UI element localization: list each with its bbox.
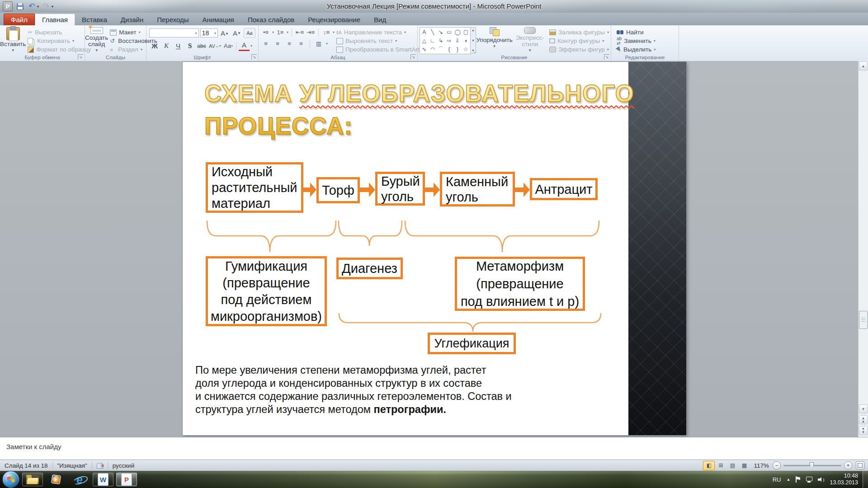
text-shadow-button[interactable]: S	[184, 42, 195, 51]
next-slide-button[interactable]: ▼▼	[859, 426, 868, 435]
shape-outline-button[interactable]: Контур фигуры ▾	[547, 37, 611, 45]
flow-arrow-1[interactable]	[303, 183, 316, 197]
paste-button[interactable]: Вставить ▼	[0, 26, 26, 54]
zoom-slider-thumb[interactable]	[810, 462, 814, 469]
slide-counter[interactable]: Слайд 14 из 18	[0, 462, 53, 469]
change-case-button[interactable]: Аа▾	[223, 42, 234, 51]
stage-box-humification[interactable]: Гумификация (превращение под действием м…	[206, 256, 327, 326]
zoom-out-button[interactable]: −	[773, 461, 781, 469]
shape-oval-icon[interactable]: ◯	[453, 28, 462, 36]
reading-view-button[interactable]: ▤	[726, 461, 738, 470]
new-slide-button[interactable]: Создать слайд ▼	[85, 26, 108, 54]
shape-fill-button[interactable]: Заливка фигуры ▾	[547, 28, 611, 37]
drawing-dialog-launcher[interactable]	[604, 54, 609, 60]
taskbar-powerpoint-button[interactable]: P	[116, 473, 137, 486]
underline-button[interactable]: Ч	[173, 42, 184, 51]
font-dialog-launcher[interactable]	[251, 54, 257, 60]
shape-arc-icon[interactable]: ◠	[428, 45, 436, 54]
flow-box-peat[interactable]: Торф	[316, 177, 360, 203]
shape-scribble-icon[interactable]: ∿	[420, 45, 428, 54]
tab-file[interactable]: Файл	[4, 14, 35, 25]
format-painter-button[interactable]: Формат по образцу	[26, 45, 93, 54]
taskbar-word-button[interactable]: W	[93, 473, 113, 486]
shrink-font-button[interactable]: А▼	[231, 28, 242, 38]
increase-indent-button[interactable]: ⇥≡	[306, 28, 315, 37]
slideshow-view-button[interactable]: ▦	[738, 461, 750, 470]
numbering-caret[interactable]: ▾	[287, 30, 288, 34]
clipboard-dialog-launcher[interactable]	[78, 54, 83, 60]
scroll-up-button[interactable]: ▲	[859, 61, 868, 70]
align-center-button[interactable]: ≡	[273, 39, 282, 48]
shape-elbow-icon[interactable]: ∟	[428, 36, 436, 45]
numbering-button[interactable]: 1≡	[276, 28, 285, 37]
fit-slide-to-window-button[interactable]	[856, 461, 864, 469]
hidden-icons-chevron[interactable]: ▲	[787, 477, 791, 482]
shape-star-icon[interactable]: ☆	[462, 45, 470, 54]
shape-rectangle-icon[interactable]: ▭	[445, 28, 453, 36]
stage-box-diagenesis[interactable]: Диагенез	[336, 258, 403, 279]
notes-pane[interactable]: Заметки к слайду	[0, 437, 868, 460]
theme-name[interactable]: "Изящная"	[53, 462, 92, 469]
shapes-gallery-scroll[interactable]: ▲ ▼ ▼̲	[471, 27, 476, 53]
font-name-combobox[interactable]: ▾	[149, 28, 199, 38]
replace-button[interactable]: ab⇄ Заменить ▾	[615, 37, 679, 45]
flow-arrow-2[interactable]	[360, 183, 375, 197]
align-text-button[interactable]: Выровнять текст ▾	[335, 37, 425, 45]
text-direction-button[interactable]: ‖A Направление текста ▾	[335, 28, 425, 37]
zoom-slider-track[interactable]	[783, 465, 841, 466]
tab-slideshow[interactable]: Показ слайдов	[241, 14, 301, 25]
start-button[interactable]	[2, 471, 19, 488]
bullets-caret[interactable]: ▾	[272, 30, 274, 34]
slide-canvas[interactable]: СХЕМА УГЛЕОБРАЗОВАТЕЛЬНОГО ПРОЦЕССА: Исх…	[183, 62, 686, 435]
select-button[interactable]: Выделить ▾	[615, 45, 679, 54]
justify-button[interactable]: ≡	[297, 39, 306, 48]
cut-button[interactable]: ✂ Вырезать	[26, 28, 93, 37]
flow-arrow-3[interactable]	[425, 183, 440, 197]
flow-arrow-4[interactable]	[515, 183, 530, 197]
bullets-button[interactable]: •≡	[261, 28, 270, 37]
gallery-down-icon[interactable]: ▼	[472, 39, 475, 42]
action-center-flag-icon[interactable]	[796, 476, 800, 483]
shapes-gallery[interactable]: A ╲ ↘ ▭ ◯ ▢ △ ∟ ↳ ⇨ ⇩ ◖ ∿ ◠ ⌒ { } ☆	[420, 27, 471, 54]
tab-home[interactable]: Главная	[35, 14, 75, 25]
scroll-down-button[interactable]: ▼	[859, 404, 868, 413]
columns-caret[interactable]: ▾	[326, 42, 328, 46]
taskbar-clock[interactable]: 10:48 13.03.2013	[830, 473, 858, 486]
tab-transitions[interactable]: Переходы	[150, 14, 195, 25]
shape-curve-icon[interactable]: ⌒	[437, 45, 445, 54]
flow-box-brown-coal[interactable]: Бурый уголь	[375, 172, 425, 206]
arrange-button[interactable]: Упорядочить ▼	[476, 26, 512, 54]
language-indicator[interactable]: русский	[108, 462, 139, 469]
find-button[interactable]: Найти	[615, 28, 679, 37]
align-right-button[interactable]: ≡	[285, 39, 294, 48]
quick-styles-button[interactable]: Экспресс-стили ▼	[513, 26, 547, 54]
taskbar-media-player-button[interactable]: ▶	[46, 473, 66, 486]
strikethrough-button[interactable]: abc	[196, 42, 207, 51]
shape-right-brace-icon[interactable]: }	[453, 45, 462, 54]
paragraph-dialog-launcher[interactable]	[410, 54, 416, 60]
taskbar-explorer-button[interactable]	[22, 473, 43, 486]
network-icon[interactable]	[806, 477, 812, 483]
stage-box-coalification[interactable]: Углефикация	[428, 333, 516, 354]
zoom-in-button[interactable]: +	[844, 461, 852, 469]
zoom-level[interactable]: 117%	[750, 462, 773, 469]
flow-box-hard-coal[interactable]: Каменный уголь	[440, 172, 515, 206]
normal-view-button[interactable]: ◧	[703, 461, 715, 470]
align-left-button[interactable]: ≡	[261, 39, 270, 48]
show-desktop-button[interactable]	[863, 471, 868, 488]
font-size-combobox[interactable]: 18 ▾	[200, 28, 218, 38]
tab-review[interactable]: Рецензирование	[301, 14, 367, 25]
character-spacing-button[interactable]: AV↔▾	[208, 42, 222, 51]
flow-box-anthracite[interactable]: Антрацит	[530, 178, 598, 200]
shape-rounded-rectangle-icon[interactable]: ▢	[462, 28, 470, 36]
gallery-more-icon[interactable]: ▼̲	[472, 49, 475, 52]
stage-box-metamorphism[interactable]: Метаморфизм (превращение под влиянием t …	[455, 257, 585, 311]
shape-effects-button[interactable]: Эффекты фигур ▾	[547, 45, 611, 54]
shape-triangle-icon[interactable]: △	[420, 36, 428, 45]
flow-box-source-material[interactable]: Исходный растительный материал	[206, 162, 303, 213]
tab-view[interactable]: Вид	[367, 14, 393, 25]
copy-button[interactable]: Копировать ▾	[26, 37, 93, 45]
font-color-button[interactable]: А	[239, 41, 250, 51]
shape-callout-icon[interactable]: ◖	[462, 36, 470, 45]
tab-insert[interactable]: Вставка	[75, 14, 114, 25]
